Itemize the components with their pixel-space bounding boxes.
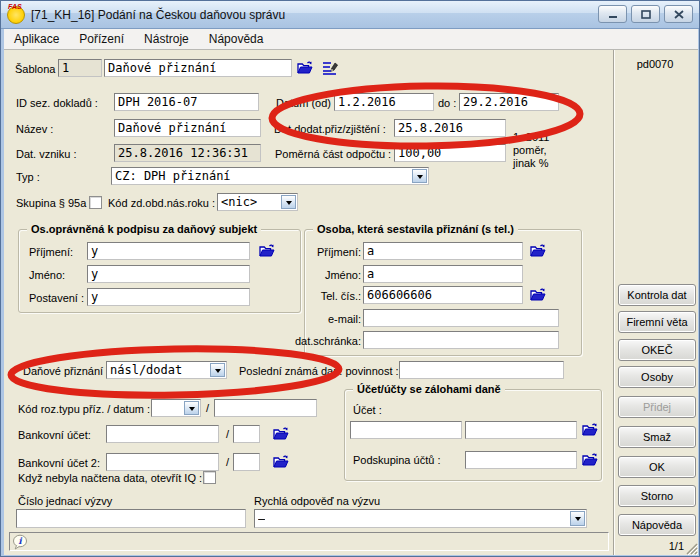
- open-bank2-icon[interactable]: [272, 454, 290, 469]
- signer-group: Os.oprávněná k podpisu za daňový subjekt…: [18, 229, 301, 313]
- preparer-email-field[interactable]: [363, 309, 559, 327]
- close-button[interactable]: [664, 5, 693, 23]
- preparer-email-label: e-mail:: [307, 313, 361, 325]
- created-label: Dat. vzniku :: [16, 148, 77, 160]
- close-icon: [674, 10, 684, 19]
- type-value: CZ: DPH přiznání: [115, 169, 231, 183]
- date-to-value: 29.2.2016: [463, 95, 528, 109]
- decision-code-select[interactable]: [151, 399, 201, 417]
- last-known-field[interactable]: [399, 361, 564, 379]
- date-from-field[interactable]: 1.2.2016: [334, 93, 434, 111]
- bank2-number-field[interactable]: [106, 453, 219, 471]
- resize-grip[interactable]: [685, 542, 698, 555]
- bank1-code-field[interactable]: [233, 425, 260, 443]
- type-label: Typ :: [16, 171, 40, 183]
- quick-reply-select[interactable]: –: [254, 509, 587, 528]
- preparer-firstname-field[interactable]: a: [363, 265, 523, 283]
- smaz-button[interactable]: Smaž: [618, 426, 696, 448]
- tax-return-select[interactable]: násl/dodat: [106, 361, 227, 379]
- chevron-down-icon[interactable]: [184, 401, 199, 415]
- name-label: Název :: [16, 123, 53, 135]
- accounts-group-title: Účet/účty se zálohami daně: [353, 383, 505, 395]
- next-year-code-label: Kód zd.obd.nás.roku :: [108, 197, 215, 209]
- name-field[interactable]: Daňové přiznání: [114, 119, 261, 137]
- preparer-firstname-label: Jméno:: [307, 269, 361, 281]
- bank2-code-field[interactable]: [233, 453, 260, 471]
- preparer-databox-field[interactable]: [363, 331, 559, 349]
- open-account-icon[interactable]: [581, 422, 599, 437]
- open-person-icon[interactable]: [529, 243, 547, 258]
- chevron-down-icon[interactable]: [210, 363, 225, 377]
- iq-checkbox[interactable]: [203, 471, 216, 484]
- group95a-label: Skupina § 95a :: [16, 197, 92, 209]
- additional-date-label: Dat.dodat.přiz/zjištění :: [274, 123, 386, 135]
- signer-position-field[interactable]: y: [87, 288, 250, 306]
- id-docs-field[interactable]: DPH 2016-07: [114, 93, 259, 111]
- template-number-field[interactable]: 1: [58, 59, 102, 77]
- menu-nastroje[interactable]: Nástroje: [134, 30, 199, 48]
- napoveda-button[interactable]: Nápověda: [618, 514, 696, 536]
- menu-aplikace[interactable]: Aplikace: [4, 30, 69, 48]
- edit-template-list-icon[interactable]: [322, 60, 339, 75]
- preparer-phone-field[interactable]: 606606606: [363, 286, 523, 304]
- name-value: Daňové přiznání: [118, 121, 226, 135]
- group95a-checkbox[interactable]: [89, 196, 102, 209]
- firemni-veta-button[interactable]: Firemní věta: [618, 311, 696, 333]
- minimize-icon: [608, 10, 618, 19]
- signer-firstname-field[interactable]: y: [87, 265, 250, 283]
- chevron-down-icon[interactable]: [281, 195, 296, 209]
- maximize-icon: [641, 10, 651, 19]
- proportional-label: Poměrná část odpočtu :: [275, 148, 391, 160]
- bank2-label: Bankovní účet 2:: [18, 457, 100, 469]
- proportional-note-line3: jinak %: [513, 157, 548, 169]
- type-select[interactable]: CZ: DPH přiznání: [111, 167, 429, 185]
- signer-group-title: Os.oprávněná k podpisu za daňový subjekt: [27, 223, 261, 235]
- menu-napoveda[interactable]: Nápověda: [199, 30, 274, 48]
- chevron-down-icon[interactable]: [412, 169, 427, 183]
- ok-button[interactable]: OK: [618, 456, 696, 478]
- created-value: 25.8.2016 12:36:31: [118, 146, 248, 160]
- kontrola-dat-button[interactable]: Kontrola dat: [618, 284, 696, 306]
- open-person-icon[interactable]: [258, 243, 276, 258]
- decision-date-field[interactable]: [214, 399, 317, 417]
- preparer-surname-value: a: [367, 244, 374, 258]
- form-code: pd0070: [619, 58, 691, 70]
- next-year-code-select[interactable]: <nic>: [217, 193, 298, 211]
- reference-number-field[interactable]: [16, 509, 246, 528]
- okec-button[interactable]: OKEČ: [618, 339, 696, 361]
- form-area: Šablona : 1 Daňové přiznání ID sez. dokl…: [4, 50, 698, 555]
- quick-reply-label: Rychlá odpověď na výzvu: [254, 495, 380, 507]
- template-label: Šablona :: [15, 63, 61, 75]
- chevron-down-icon[interactable]: [570, 511, 585, 526]
- preparer-surname-label: Příjmení:: [307, 246, 361, 258]
- subgroup-field[interactable]: [465, 451, 577, 469]
- menu-porizeni[interactable]: Pořízení: [69, 30, 134, 48]
- bank1-number-field[interactable]: [106, 425, 219, 443]
- signer-firstname-label: Jméno:: [29, 269, 65, 281]
- account-field-1[interactable]: [350, 421, 462, 439]
- title-bar[interactable]: FAS [71_KH_16] Podání na Českou daňovou …: [1, 1, 699, 29]
- date-to-field[interactable]: 29.2.2016: [459, 93, 559, 111]
- signer-surname-field[interactable]: y: [87, 242, 250, 260]
- template-name-field[interactable]: Daňové přiznání: [104, 59, 292, 77]
- template-number-value: 1: [62, 61, 69, 75]
- additional-date-field[interactable]: 25.8.2016: [394, 119, 506, 137]
- storno-button[interactable]: Storno: [618, 485, 696, 507]
- date-to-label: do :: [438, 97, 456, 109]
- account-field-2[interactable]: [465, 421, 577, 439]
- proportional-value: 100,00: [398, 146, 441, 160]
- preparer-phone-label: Tel. čís.:: [307, 290, 361, 302]
- open-phone-icon[interactable]: [529, 287, 547, 302]
- maximize-button[interactable]: [631, 5, 660, 23]
- preparer-surname-field[interactable]: a: [363, 242, 523, 260]
- signer-surname-label: Příjmení:: [29, 246, 73, 258]
- proportional-field[interactable]: 100,00: [394, 144, 506, 162]
- application-window: FAS [71_KH_16] Podání na Českou daňovou …: [0, 0, 700, 557]
- open-template-icon[interactable]: [296, 60, 314, 75]
- minimize-button[interactable]: [598, 5, 627, 23]
- osoby-button[interactable]: Osoby: [618, 366, 696, 388]
- open-bank1-icon[interactable]: [272, 426, 290, 441]
- open-subgroup-icon[interactable]: [581, 452, 599, 467]
- proportional-note-line2: poměr,: [513, 144, 547, 156]
- template-name-value: Daňové přiznání: [108, 61, 216, 75]
